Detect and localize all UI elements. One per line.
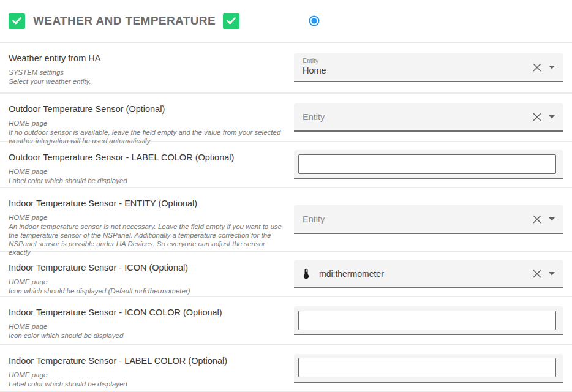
row-text: Outdoor Temperature Sensor (Optional) HO… bbox=[0, 94, 294, 141]
row-label: Outdoor Temperature Sensor - LABEL COLOR… bbox=[9, 152, 283, 163]
dropdown-arrow-icon[interactable] bbox=[549, 272, 555, 276]
indoor-icon-color-input[interactable] bbox=[298, 311, 556, 330]
row-label: Outdoor Temperature Sensor (Optional) bbox=[9, 104, 283, 115]
row-text: Indoor Temperature Sensor - ICON (Option… bbox=[0, 252, 294, 296]
select-value: mdi:thermometer bbox=[319, 269, 533, 279]
select-field-label: Entity bbox=[303, 57, 533, 64]
row-description: Label color which should be displayed bbox=[9, 380, 283, 388]
dropdown-arrow-icon[interactable] bbox=[549, 115, 555, 119]
row-description: Icon color which should be displayed bbox=[9, 331, 283, 340]
row-text: Indoor Temperature Sensor - LABEL COLOR … bbox=[0, 345, 294, 391]
clear-x-icon[interactable] bbox=[533, 215, 541, 224]
indoor-sensor-entity-select[interactable]: Entity bbox=[294, 205, 563, 234]
row-context: HOME page bbox=[9, 119, 283, 127]
weather-entity-select[interactable]: Entity Home bbox=[294, 53, 563, 82]
row-context: HOME page bbox=[9, 167, 283, 176]
radio-selected-icon[interactable] bbox=[309, 15, 320, 26]
outdoor-sensor-entity-select[interactable]: Entity bbox=[294, 103, 563, 132]
row-context: HOME page bbox=[9, 322, 283, 331]
row-input-area: Entity Home bbox=[294, 43, 563, 92]
form-row-outdoor-label-color: Outdoor Temperature Sensor - LABEL COLOR… bbox=[0, 142, 572, 188]
form-row-indoor-icon-color: Indoor Temperature Sensor - ICON COLOR (… bbox=[0, 297, 572, 345]
row-context: HOME page bbox=[9, 213, 283, 222]
select-text: Entity Home bbox=[294, 58, 533, 76]
indoor-label-color-input[interactable] bbox=[298, 358, 556, 377]
dropdown-arrow-icon[interactable] bbox=[549, 217, 555, 221]
row-context: HOME page bbox=[9, 277, 283, 286]
row-input-area: Entity bbox=[294, 188, 563, 251]
row-input-area bbox=[294, 297, 563, 344]
checkmark-icon bbox=[12, 17, 21, 24]
outdoor-label-color-input[interactable] bbox=[298, 154, 556, 174]
row-label: Weather entity from HA bbox=[9, 53, 283, 64]
row-description: Label color which should be displayed bbox=[9, 176, 283, 185]
row-label: Indoor Temperature Sensor - LABEL COLOR … bbox=[9, 355, 283, 366]
clear-x-icon[interactable] bbox=[533, 63, 541, 72]
row-label: Indoor Temperature Sensor - ICON (Option… bbox=[9, 262, 283, 273]
row-text: Indoor Temperature Sensor - ICON COLOR (… bbox=[0, 297, 294, 344]
thermometer-icon bbox=[300, 268, 312, 280]
select-value: Home bbox=[303, 66, 533, 76]
row-description: An indoor temperature sensor is not nece… bbox=[9, 222, 283, 257]
row-description: Select your weather entity. bbox=[9, 77, 283, 86]
row-text: Weather entity from HA SYSTEM settings S… bbox=[0, 43, 294, 92]
select-placeholder: Entity bbox=[294, 214, 533, 224]
checked-checkbox-icon[interactable] bbox=[9, 13, 25, 29]
outdoor-label-color-field bbox=[294, 150, 563, 179]
row-context: HOME page bbox=[9, 371, 283, 379]
row-text: Indoor Temperature Sensor - ENTITY (Opti… bbox=[0, 188, 294, 251]
row-input-area: mdi:thermometer bbox=[294, 252, 563, 296]
row-description: Icon which should be displayed (Default … bbox=[9, 287, 283, 295]
form-row-indoor-entity: Indoor Temperature Sensor - ENTITY (Opti… bbox=[0, 188, 572, 252]
row-context: SYSTEM settings bbox=[9, 68, 283, 77]
row-label: Indoor Temperature Sensor - ICON COLOR (… bbox=[9, 307, 283, 318]
row-input-area bbox=[294, 345, 563, 391]
checkmark-icon bbox=[227, 17, 236, 24]
dropdown-arrow-icon[interactable] bbox=[549, 66, 555, 69]
row-input-area: Entity bbox=[294, 94, 563, 141]
form-row-indoor-label-color: Indoor Temperature Sensor - LABEL COLOR … bbox=[0, 345, 572, 392]
indoor-icon-color-field bbox=[294, 306, 563, 335]
row-input-area bbox=[294, 142, 563, 187]
form-row-indoor-icon: Indoor Temperature Sensor - ICON (Option… bbox=[0, 252, 572, 297]
form-row-outdoor-sensor: Outdoor Temperature Sensor (Optional) HO… bbox=[0, 94, 572, 142]
form-row-weather-entity: Weather entity from HA SYSTEM settings S… bbox=[0, 43, 572, 94]
clear-x-icon[interactable] bbox=[533, 270, 541, 278]
row-text: Outdoor Temperature Sensor - LABEL COLOR… bbox=[0, 142, 294, 187]
row-label: Indoor Temperature Sensor - ENTITY (Opti… bbox=[9, 198, 283, 209]
clear-x-icon[interactable] bbox=[533, 113, 541, 121]
checked-checkbox-icon[interactable] bbox=[223, 13, 239, 29]
indoor-icon-select[interactable]: mdi:thermometer bbox=[294, 260, 563, 288]
select-placeholder: Entity bbox=[294, 112, 533, 122]
indoor-label-color-field bbox=[294, 354, 563, 383]
section-header: WEATHER AND TEMPERATURE bbox=[0, 0, 572, 43]
section-title: WEATHER AND TEMPERATURE bbox=[33, 14, 216, 28]
